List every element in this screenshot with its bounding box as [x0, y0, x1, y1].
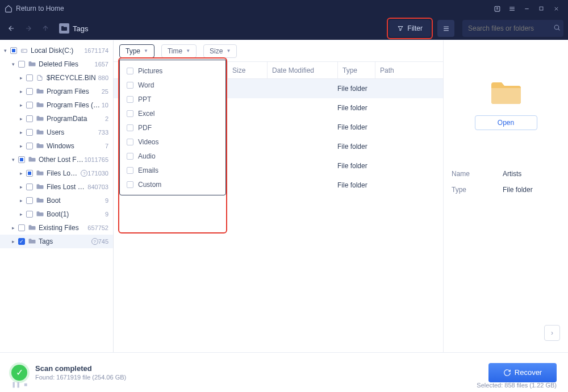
tree-item-label: Program Files [47, 87, 102, 95]
tree-checkbox[interactable] [26, 197, 33, 204]
window-minimize-button[interactable] [519, 0, 534, 17]
option-checkbox[interactable] [127, 82, 133, 89]
breadcrumb: Tags [59, 23, 88, 34]
filter-size-pill[interactable]: Size ▼ [203, 44, 237, 58]
option-checkbox[interactable] [127, 139, 133, 145]
tree-twisty-icon[interactable]: ▾ [10, 61, 16, 67]
sidebar-tree[interactable]: ▾ Local Disk(C:) 1671174▾ Deleted Files … [0, 40, 114, 352]
option-checkbox[interactable] [127, 153, 133, 160]
tree-checkbox[interactable] [26, 170, 33, 177]
option-label: Word [138, 81, 154, 89]
filter-type-option[interactable]: PDF [120, 120, 225, 135]
tree-item[interactable]: ▸ Program Files (x86) 10 [0, 98, 113, 112]
filter-type-option[interactable]: Pictures [120, 64, 225, 78]
option-checkbox[interactable] [127, 181, 133, 188]
tree-twisty-icon[interactable]: ▸ [18, 211, 24, 217]
tree-twisty-icon[interactable]: ▸ [18, 89, 24, 94]
tree-item[interactable]: ▾ Deleted Files 1657 [0, 57, 113, 71]
option-checkbox[interactable] [127, 167, 133, 174]
file-list-panel: Type ▼ Time ▼ Size ▼ PicturesWordPPTExce… [114, 40, 443, 352]
tree-twisty-icon[interactable]: ▸ [18, 102, 24, 108]
preview-next-button[interactable]: › [544, 325, 560, 341]
window-close-button[interactable] [549, 0, 563, 17]
pause-button[interactable]: ❚❚ [11, 381, 20, 387]
filter-type-dropdown[interactable]: PicturesWordPPTExcelPDFVideosAudioEmails… [119, 60, 226, 195]
open-button[interactable]: Open [475, 115, 537, 130]
option-checkbox[interactable] [127, 110, 133, 117]
help-icon[interactable]: ? [81, 170, 87, 177]
filter-type-pill[interactable]: Type ▼ [119, 44, 154, 58]
tree-twisty-icon[interactable]: ▸ [10, 239, 16, 244]
tree-item[interactable]: ▸ ✓ Tags ? 745 [0, 235, 113, 248]
tree-item[interactable]: ▸ Boot 9 [0, 194, 113, 207]
search-input[interactable] [468, 24, 553, 32]
filter-type-option[interactable]: Videos [120, 135, 225, 149]
feedback-icon[interactable] [490, 0, 504, 17]
tree-item-count: 880 [98, 74, 108, 81]
tree-checkbox[interactable] [26, 184, 33, 190]
tree-twisty-icon[interactable]: ▸ [18, 130, 24, 135]
filter-time-pill[interactable]: Time ▼ [161, 44, 197, 58]
filter-type-option[interactable]: Emails [120, 163, 225, 177]
tree-twisty-icon[interactable]: ▸ [18, 143, 24, 149]
nav-up-button[interactable] [39, 22, 52, 35]
filter-button[interactable]: Filter [389, 20, 431, 37]
tree-checkbox[interactable] [26, 129, 33, 136]
tree-item[interactable]: ▾ Local Disk(C:) 1671174 [0, 44, 113, 57]
view-mode-button[interactable] [437, 20, 454, 37]
tree-checkbox[interactable] [26, 211, 33, 218]
tree-item[interactable]: ▸ Boot(1) 9 [0, 207, 113, 221]
tree-item[interactable]: ▸ Files Lost Origi... ? 171030 [0, 166, 113, 180]
tree-twisty-icon[interactable]: ▸ [10, 225, 16, 231]
filter-type-option[interactable]: PPT [120, 92, 225, 106]
tree-checkbox[interactable] [18, 61, 25, 68]
filter-type-option[interactable]: Custom [120, 177, 225, 191]
tree-twisty-icon[interactable]: ▾ [2, 48, 8, 53]
tree-checkbox[interactable] [26, 115, 33, 122]
tree-checkbox[interactable] [26, 74, 33, 81]
help-icon[interactable]: ? [91, 238, 98, 245]
tree-checkbox[interactable] [26, 102, 33, 109]
filter-type-option[interactable]: Audio [120, 149, 225, 163]
search-box[interactable] [462, 20, 563, 37]
tree-item[interactable]: ▸ $RECYCLE.BIN 880 [0, 71, 113, 85]
tree-checkbox[interactable]: ✓ [18, 238, 25, 245]
tree-twisty-icon[interactable]: ▾ [10, 157, 16, 162]
tree-checkbox[interactable] [26, 143, 33, 149]
col-path[interactable]: Path [375, 62, 443, 78]
tree-item[interactable]: ▸ Existing Files 657752 [0, 221, 113, 235]
tree-item[interactable]: ▸ Windows 7 [0, 139, 113, 153]
option-checkbox[interactable] [127, 96, 133, 103]
tree-item[interactable]: ▸ Users 733 [0, 126, 113, 139]
tree-checkbox[interactable] [18, 156, 25, 163]
tree-item-label: Files Lost Original ... [47, 183, 87, 191]
tree-item[interactable]: ▾ Other Lost Files 1011765 [0, 153, 113, 166]
tree-item[interactable]: ▸ ProgramData 2 [0, 112, 113, 126]
nav-forward-button[interactable] [22, 22, 35, 35]
tree-checkbox[interactable] [26, 88, 33, 95]
tree-twisty-icon[interactable]: ▸ [18, 184, 24, 190]
col-type[interactable]: Type [337, 62, 375, 78]
tree-item[interactable]: ▸ Files Lost Original ... 840703 [0, 180, 113, 194]
window-maximize-button[interactable] [534, 0, 549, 17]
search-icon[interactable] [553, 23, 561, 34]
tree-twisty-icon[interactable]: ▸ [18, 170, 24, 176]
tree-twisty-icon[interactable]: ▸ [18, 116, 24, 122]
col-size[interactable]: Size [227, 62, 267, 78]
option-checkbox[interactable] [127, 124, 133, 131]
recover-button[interactable]: Recover [488, 363, 557, 382]
return-home-button[interactable]: Return to Home [5, 5, 64, 12]
col-date[interactable]: Date Modified [267, 62, 337, 78]
filter-type-option[interactable]: Excel [120, 106, 225, 120]
tree-twisty-icon[interactable]: ▸ [18, 75, 24, 81]
option-checkbox[interactable] [127, 68, 133, 74]
menu-icon[interactable] [504, 0, 519, 17]
tree-item[interactable]: ▸ Program Files 25 [0, 85, 113, 98]
filter-type-option[interactable]: Word [120, 78, 225, 92]
nav-back-button[interactable] [5, 22, 18, 35]
tree-twisty-icon[interactable]: ▸ [18, 198, 24, 203]
tree-checkbox[interactable] [18, 224, 25, 231]
stop-button[interactable]: ■ [24, 381, 27, 387]
preview-type-val: File folder [503, 186, 533, 194]
tree-checkbox[interactable] [10, 47, 17, 54]
